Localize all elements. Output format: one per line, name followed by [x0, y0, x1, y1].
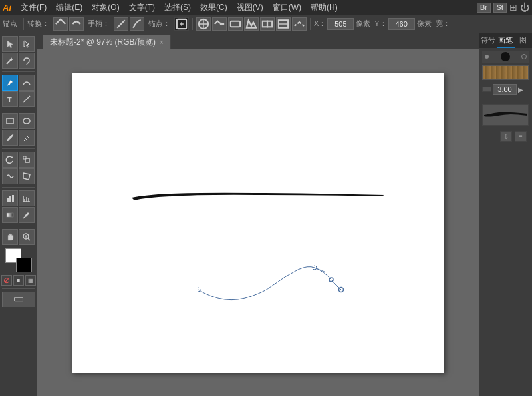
column-graph-tool[interactable]	[19, 190, 35, 206]
document-tab[interactable]: 未标题-2* @ 97% (RGB/预览) ×	[43, 35, 171, 49]
toolbar-convert-btn2[interactable]	[69, 17, 84, 31]
panel-tab-more[interactable]: 图	[515, 33, 532, 48]
brush-size-input[interactable]	[493, 84, 517, 95]
panel-menu-icon[interactable]: ≡	[515, 131, 527, 142]
scale-tool[interactable]	[19, 152, 35, 168]
pencil-tool[interactable]	[19, 130, 35, 146]
app-logo: Ai	[3, 3, 11, 13]
magic-wand-tool[interactable]	[2, 53, 18, 69]
panel-tab-brushes[interactable]: 画笔	[497, 33, 514, 48]
canvas-area: 未标题-2* @ 97% (RGB/预览) ×	[37, 33, 479, 396]
color-mode-icons: ⊘ ■ ▦	[1, 275, 36, 286]
toolbar-anchor-btn[interactable]	[174, 17, 189, 31]
y-input[interactable]	[388, 18, 415, 30]
selection-tool[interactable]	[2, 36, 18, 52]
tool-row-screen	[2, 292, 35, 307]
svg-line-8	[7, 59, 11, 64]
panel-tab-symbols[interactable]: 符号	[479, 33, 497, 48]
brush-dot-large[interactable]	[501, 52, 510, 61]
pen-tool[interactable]	[2, 75, 18, 91]
svg-rect-20	[7, 213, 13, 217]
tab-close-btn[interactable]: ×	[160, 39, 164, 46]
panel-bottom-icons: ⇩ ≡	[482, 128, 529, 144]
menu-edit[interactable]: 编辑(E)	[52, 1, 86, 14]
tool-row-1	[2, 36, 35, 52]
toolbar-tool-b[interactable]	[212, 17, 227, 31]
brush-size-row: ▶	[482, 83, 529, 96]
svg-rect-6	[267, 21, 272, 27]
power-icon[interactable]: ⏻	[520, 2, 529, 13]
color-area: ⊘ ■ ▦	[2, 248, 35, 286]
toolbar-handle-btn2[interactable]	[130, 17, 144, 31]
svg-rect-19	[12, 195, 14, 202]
brush-preview-large	[482, 104, 529, 126]
toolbar-tool-a[interactable]	[196, 17, 211, 31]
brush-dot-small[interactable]	[485, 55, 489, 59]
type-tool[interactable]: T	[2, 91, 18, 107]
st-icon[interactable]: St	[493, 3, 507, 13]
toolbar-tool-g[interactable]	[292, 17, 307, 31]
eyedropper-tool[interactable]	[19, 207, 35, 223]
main-area: T	[0, 33, 532, 396]
menu-text[interactable]: 文字(T)	[125, 1, 159, 14]
svg-line-11	[23, 96, 30, 102]
gradient-tool[interactable]	[2, 207, 18, 223]
line-tool[interactable]	[19, 91, 35, 107]
menu-select[interactable]: 选择(S)	[160, 1, 195, 14]
brush-dot-medium[interactable]	[521, 54, 527, 59]
panel-libraries-icon[interactable]: ⇩	[500, 131, 512, 142]
brush-panel: ▶ ⇩ ≡	[479, 48, 532, 396]
svg-rect-4	[231, 21, 240, 27]
toolbar-tool-d[interactable]	[244, 17, 259, 31]
direct-selection-tool[interactable]	[19, 36, 35, 52]
rotate-tool[interactable]	[2, 152, 18, 168]
no-fill-icon[interactable]: ⊘	[1, 275, 12, 286]
menu-file[interactable]: 文件(F)	[17, 1, 51, 14]
width-group: 宽：	[436, 19, 450, 29]
hand-tool[interactable]	[2, 229, 18, 245]
ellipse-tool[interactable]	[19, 113, 35, 129]
screen-mode-tool[interactable]	[2, 292, 35, 307]
lasso-tool[interactable]	[19, 53, 35, 69]
graph-tool[interactable]	[2, 190, 18, 206]
brush-dots-row	[482, 51, 529, 63]
artboard[interactable]	[72, 73, 444, 373]
pen-path	[198, 253, 351, 315]
brush-size-expand[interactable]: ▶	[518, 86, 523, 93]
warp-tool[interactable]	[2, 168, 18, 184]
menu-window[interactable]: 窗口(W)	[269, 1, 305, 14]
menu-items: 文件(F) 编辑(E) 对象(O) 文字(T) 选择(S) 效果(C) 视图(V…	[17, 1, 342, 14]
toolbar-tool-f[interactable]	[276, 17, 291, 31]
svg-rect-18	[9, 196, 11, 202]
toolbar-convert-btn1[interactable]	[53, 17, 68, 31]
grid-icon[interactable]: ⊞	[509, 2, 517, 13]
tool-divider-3	[2, 148, 35, 149]
toolbar-handle-btn1[interactable]	[114, 17, 128, 31]
color-fill-icon[interactable]: ■	[13, 275, 24, 286]
toolbar-tool-c[interactable]	[228, 17, 243, 31]
menu-object[interactable]: 对象(O)	[88, 1, 123, 14]
zoom-tool[interactable]	[19, 229, 35, 245]
canvas-wrapper[interactable]	[37, 49, 479, 396]
svg-point-13	[23, 118, 30, 124]
rectangle-tool[interactable]	[2, 113, 18, 129]
right-panel: 符号 画笔 图 ▶	[479, 33, 532, 396]
gradient-fill-icon[interactable]: ▦	[25, 275, 36, 286]
toolbar-tool-e[interactable]	[260, 17, 275, 31]
free-transform-tool[interactable]	[19, 168, 35, 184]
y-unit: 像素	[417, 19, 432, 29]
br-icon[interactable]: Br	[477, 3, 491, 13]
menu-help[interactable]: 帮助(H)	[307, 1, 342, 14]
paintbrush-tool[interactable]	[2, 130, 18, 146]
stroke-box[interactable]	[16, 258, 32, 272]
x-input[interactable]	[327, 18, 354, 30]
curvature-tool[interactable]	[19, 75, 35, 91]
brush-thumbnail[interactable]	[482, 65, 529, 80]
menu-effect[interactable]: 效果(C)	[196, 1, 231, 14]
toolbar-handle-label: 手柄：	[88, 19, 110, 29]
menu-view[interactable]: 视图(V)	[233, 1, 267, 14]
panel-divider	[482, 100, 529, 100]
menu-right-icons: Br St ⊞ ⏻	[477, 2, 529, 13]
tool-row-grad	[2, 207, 35, 223]
svg-line-0	[117, 20, 124, 27]
